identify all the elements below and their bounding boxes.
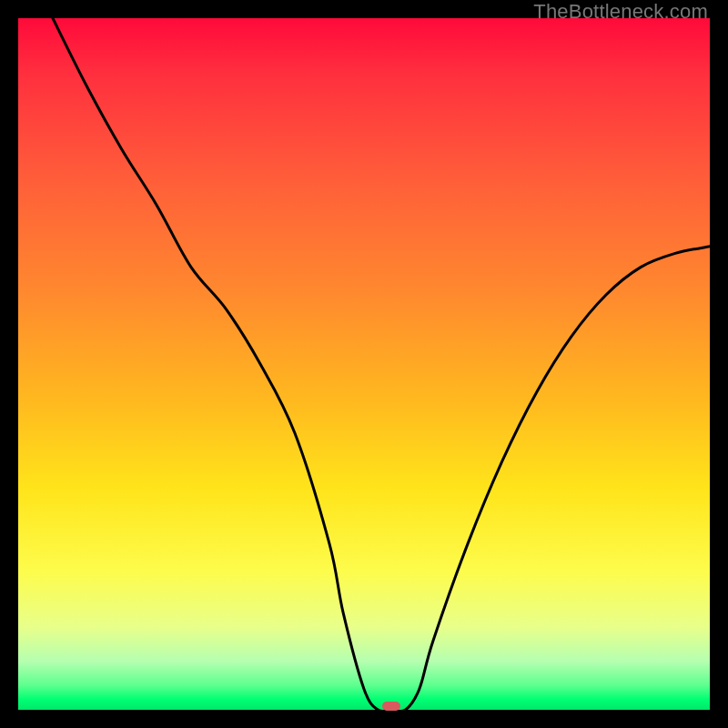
plot-area: [18, 18, 710, 710]
watermark-text: TheBottleneck.com: [533, 0, 708, 24]
optimal-marker: [382, 702, 400, 711]
chart-frame: TheBottleneck.com: [0, 0, 728, 728]
bottleneck-curve: [18, 18, 710, 710]
